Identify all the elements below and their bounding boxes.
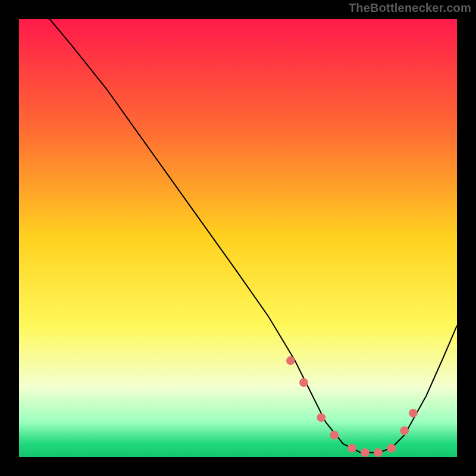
highlight-dot <box>286 356 295 365</box>
highlight-dot <box>400 426 409 435</box>
chart-container: TheBottlenecker.com <box>0 0 476 476</box>
highlight-dot <box>330 431 339 440</box>
highlight-dot <box>347 444 356 453</box>
highlight-dot <box>387 444 396 453</box>
highlight-dot <box>299 378 308 387</box>
highlight-dot <box>374 448 383 457</box>
highlight-dot <box>409 409 418 418</box>
highlight-dot <box>361 448 369 457</box>
bottleneck-chart <box>19 19 457 457</box>
attribution-text: TheBottlenecker.com <box>349 1 471 15</box>
highlight-dot <box>317 413 325 422</box>
gradient-background <box>19 19 457 457</box>
